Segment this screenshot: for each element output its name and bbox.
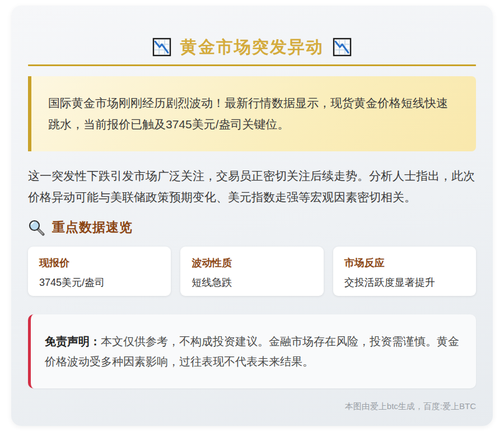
page-title: 黄金市场突发异动 (180, 37, 324, 57)
disclaimer-body: 本文仅供参考，不构成投资建议。金融市场存在风险，投资需谨慎。黄金价格波动受多种因… (45, 335, 459, 368)
data-card-price: 现报价 3745美元/盎司 (28, 247, 171, 296)
chart-decreasing-icon (152, 38, 171, 57)
card-value: 交投活跃度显著提升 (344, 276, 465, 289)
data-card-volatility: 波动性质 短线急跌 (180, 247, 323, 296)
magnifier-icon (28, 219, 45, 236)
chart-decreasing-icon (333, 38, 352, 57)
section-title: 重点数据速览 (52, 219, 133, 236)
data-section-heading: 重点数据速览 (28, 219, 476, 236)
gold-market-poster: 黄金市场突发异动 国际黄金市场刚刚经历剧烈波动！最新行情数据显示，现货黄金价格短… (11, 6, 493, 426)
analysis-paragraph: 这一突发性下跌引发市场广泛关注，交易员正密切关注后续走势。分析人士指出，此次价格… (28, 165, 476, 208)
alert-highlight-box: 国际黄金市场刚刚经历剧烈波动！最新行情数据显示，现货黄金价格短线快速跳水，当前报… (28, 76, 476, 151)
card-label: 现报价 (39, 256, 160, 270)
title-divider (28, 64, 476, 66)
disclaimer-text: 免责声明：本文仅供参考，不构成投资建议。金融市场存在风险，投资需谨慎。黄金价格波… (45, 331, 462, 372)
data-card-market-reaction: 市场反应 交投活跃度显著提升 (333, 247, 476, 296)
card-label: 波动性质 (192, 256, 312, 270)
title-row: 黄金市场突发异动 (28, 6, 476, 57)
alert-text: 国际黄金市场刚刚经历剧烈波动！最新行情数据显示，现货黄金价格短线快速跳水，当前报… (48, 92, 459, 135)
footer-credit: 本图由爱上btc生成，百度:爱上BTC (28, 401, 476, 412)
card-label: 市场反应 (344, 256, 465, 270)
disclaimer-label: 免责声明： (45, 335, 101, 347)
data-cards-row: 现报价 3745美元/盎司 波动性质 短线急跌 市场反应 交投活跃度显著提升 (28, 247, 476, 296)
disclaimer-box: 免责声明：本文仅供参考，不构成投资建议。金融市场存在风险，投资需谨慎。黄金价格波… (28, 314, 476, 388)
card-value: 短线急跌 (192, 276, 312, 289)
card-value: 3745美元/盎司 (39, 276, 160, 289)
